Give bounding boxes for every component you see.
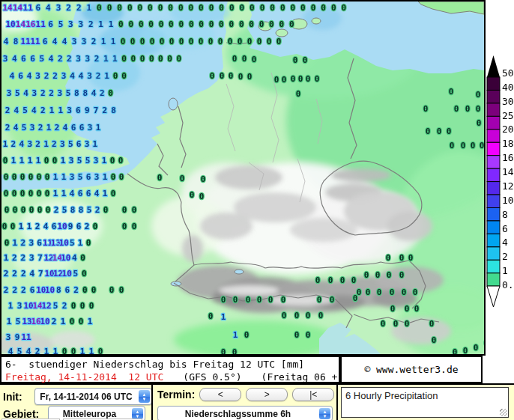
- svg-text:2: 2: [49, 88, 54, 98]
- svg-text:0: 0: [298, 74, 303, 84]
- svg-text:0: 0: [2, 222, 7, 231]
- termin-first-button[interactable]: |<: [292, 388, 334, 401]
- svg-text:8: 8: [502, 209, 508, 220]
- svg-text:3: 3: [35, 71, 40, 81]
- svg-text:0: 0: [315, 276, 321, 285]
- svg-text:2: 2: [20, 253, 25, 263]
- svg-text:6: 6: [71, 123, 76, 133]
- termin-prev-button[interactable]: <: [199, 388, 241, 401]
- svg-text:2: 2: [102, 106, 107, 115]
- svg-text:4: 4: [4, 37, 9, 46]
- svg-text:5: 5: [22, 123, 27, 133]
- svg-text:1: 1: [98, 19, 103, 29]
- svg-text:4: 4: [29, 269, 34, 279]
- svg-text:1: 1: [19, 222, 24, 231]
- svg-text:0: 0: [37, 189, 42, 198]
- stepper-icon: ▲▼: [139, 390, 150, 403]
- svg-text:4: 4: [94, 189, 100, 198]
- svg-text:1: 1: [61, 172, 67, 182]
- svg-text:0: 0: [294, 330, 300, 340]
- svg-text:0: 0: [233, 295, 238, 305]
- svg-text:1: 1: [61, 156, 66, 165]
- svg-text:0: 0: [86, 238, 91, 248]
- svg-text:0: 0: [366, 287, 371, 297]
- svg-text:0: 0: [289, 19, 294, 29]
- svg-text:0: 0: [296, 89, 301, 99]
- svg-text:3: 3: [57, 88, 62, 98]
- resize-handle-icon[interactable]: [500, 409, 507, 416]
- svg-text:0: 0: [132, 205, 137, 215]
- svg-text:2: 2: [91, 37, 97, 46]
- svg-text:0: 0: [221, 295, 226, 305]
- svg-text:2: 2: [44, 71, 49, 81]
- svg-text:0: 0: [37, 205, 43, 215]
- svg-text:4: 4: [19, 139, 24, 149]
- svg-text:0: 0: [267, 37, 272, 46]
- lake-ijsselmeer: [169, 98, 178, 110]
- svg-text:0: 0: [4, 172, 9, 182]
- parameter-select[interactable]: Niederschlagssumme 6h ▲▼: [157, 406, 333, 420]
- svg-text:50: 50: [502, 67, 514, 79]
- svg-text:0: 0: [218, 37, 223, 46]
- lake-geneva: [171, 281, 181, 286]
- svg-text:0: 0: [364, 270, 369, 280]
- svg-text:0: 0: [70, 317, 75, 326]
- svg-text:0: 0: [232, 347, 238, 354]
- svg-text:2: 2: [52, 71, 58, 81]
- svg-text:5: 5: [85, 156, 91, 165]
- termin-next-button[interactable]: >: [246, 388, 288, 401]
- svg-text:0: 0: [119, 285, 124, 295]
- svg-text:2: 2: [66, 3, 71, 13]
- annotation-textarea[interactable]: 6 Hourly Precipitation: [341, 387, 509, 418]
- svg-text:3: 3: [7, 88, 12, 98]
- svg-text:0: 0: [219, 3, 224, 13]
- svg-text:4: 4: [13, 123, 19, 133]
- svg-text:2: 2: [85, 222, 90, 231]
- control-bar: Init: Fr, 14-11-2014 06 UTC ▲▼ Gebiet: M…: [0, 383, 514, 420]
- svg-text:3: 3: [82, 37, 87, 46]
- svg-text:0: 0: [12, 189, 17, 198]
- svg-text:6: 6: [76, 222, 82, 231]
- init-select-value: Fr, 14-11-2014 06 UTC: [35, 392, 137, 402]
- svg-text:0: 0: [208, 311, 214, 321]
- svg-text:0: 0: [276, 37, 282, 46]
- termin-label: Termin:: [157, 389, 195, 401]
- svg-text:3: 3: [70, 172, 75, 182]
- svg-text:1: 1: [49, 106, 55, 115]
- svg-text:12: 12: [502, 180, 514, 192]
- svg-text:8: 8: [79, 205, 84, 215]
- svg-text:3: 3: [94, 172, 100, 182]
- svg-text:0: 0: [293, 55, 298, 65]
- svg-text:5: 5: [87, 205, 92, 215]
- svg-text:4: 4: [52, 37, 58, 46]
- svg-text:1: 1: [61, 317, 66, 326]
- svg-text:0: 0: [71, 301, 76, 311]
- svg-text:6: 6: [37, 238, 42, 248]
- svg-text:10: 10: [502, 195, 514, 206]
- svg-text:16: 16: [502, 152, 514, 163]
- svg-text:8: 8: [111, 106, 116, 115]
- svg-text:5: 5: [78, 172, 83, 182]
- stepper-icon: ▲▼: [132, 408, 143, 419]
- svg-text:0: 0: [91, 285, 97, 295]
- svg-text:18: 18: [502, 138, 514, 149]
- svg-text:5: 5: [66, 88, 71, 98]
- svg-text:0: 0: [423, 104, 429, 114]
- parameter-select-value: Niederschlagssumme 6h: [158, 409, 318, 419]
- svg-text:4: 4: [79, 71, 84, 81]
- init-select[interactable]: Fr, 14-11-2014 06 UTC ▲▼: [34, 388, 152, 405]
- svg-text:3: 3: [94, 156, 99, 165]
- svg-text:0: 0: [476, 104, 481, 114]
- svg-text:2: 2: [20, 238, 25, 248]
- svg-text:0: 0: [199, 37, 204, 46]
- svg-text:6: 6: [86, 172, 91, 182]
- svg-text:4: 4: [8, 347, 13, 354]
- svg-text:0: 0: [130, 37, 136, 46]
- svg-text:5: 5: [53, 301, 58, 311]
- svg-text:2: 2: [5, 123, 10, 133]
- svg-text:2: 2: [12, 285, 17, 295]
- svg-text:0: 0: [132, 222, 137, 231]
- svg-text:1: 1: [96, 123, 101, 133]
- svg-text:0: 0: [244, 330, 250, 340]
- svg-text:14: 14: [16, 19, 26, 29]
